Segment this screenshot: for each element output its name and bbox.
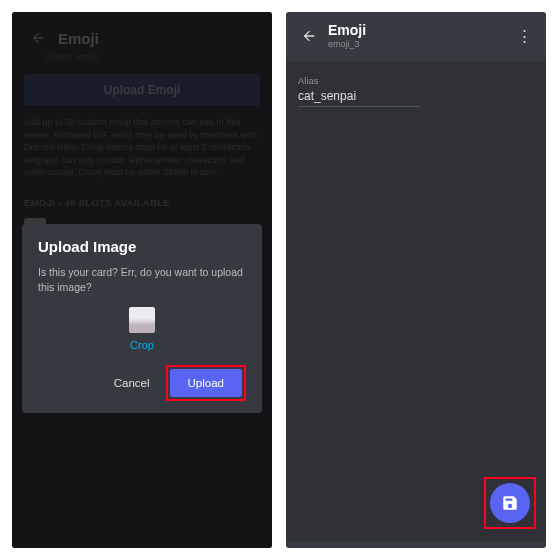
arrow-left-icon <box>301 28 317 44</box>
alias-input[interactable]: cat_senpai <box>298 89 420 107</box>
highlight-box <box>484 477 536 529</box>
crop-link[interactable]: Crop <box>38 339 246 351</box>
header: Emoji emoji_3 ⋮ <box>286 12 546 55</box>
screen-emoji-list: Emoji cutties server Upload Emoji Add up… <box>12 12 272 548</box>
dialog-title: Upload Image <box>38 238 246 255</box>
upload-image-dialog: Upload Image Is this your card? Err, do … <box>22 224 262 413</box>
page-title: Emoji <box>328 22 366 38</box>
edit-body: Alias cat_senpai <box>286 61 546 541</box>
highlight-box: Upload <box>166 365 246 401</box>
page-subtitle: emoji_3 <box>328 39 366 49</box>
dialog-body: Is this your card? Err, do you want to u… <box>38 265 246 295</box>
image-preview <box>129 307 155 333</box>
more-icon[interactable]: ⋮ <box>517 27 536 45</box>
back-button[interactable] <box>296 23 322 49</box>
upload-button[interactable]: Upload <box>170 369 242 397</box>
save-fab[interactable] <box>490 483 530 523</box>
cancel-button[interactable]: Cancel <box>108 369 156 397</box>
dialog-actions: Cancel Upload <box>38 365 246 401</box>
screen-emoji-edit: Emoji emoji_3 ⋮ Alias cat_senpai <box>286 12 546 548</box>
alias-label: Alias <box>298 75 534 86</box>
save-icon <box>501 494 519 512</box>
